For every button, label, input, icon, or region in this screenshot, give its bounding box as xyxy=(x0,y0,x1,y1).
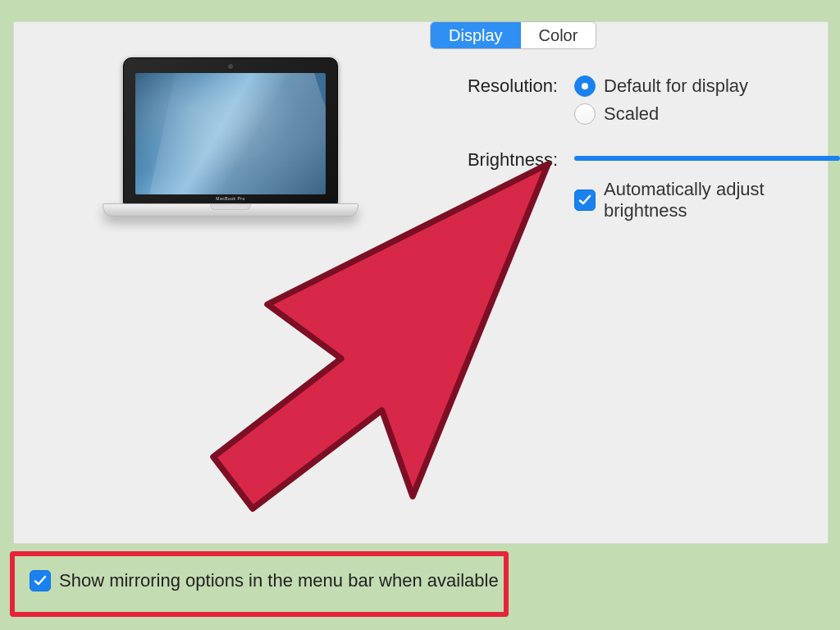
show-mirroring-checkbox[interactable]: Show mirroring options in the menu bar w… xyxy=(30,570,499,591)
radio-default-for-display[interactable]: Default for display xyxy=(574,72,748,100)
radio-default-label: Default for display xyxy=(604,75,748,97)
brightness-label: Brightness: xyxy=(443,149,558,171)
radio-scaled[interactable]: Scaled xyxy=(574,100,748,128)
radio-scaled-label: Scaled xyxy=(604,103,659,125)
brightness-slider[interactable] xyxy=(574,156,840,161)
tab-color-label: Color xyxy=(539,26,578,45)
radio-icon xyxy=(574,103,596,125)
checkbox-checked-icon xyxy=(574,189,596,211)
tab-display-label: Display xyxy=(449,26,503,45)
tab-bar: Display Color xyxy=(430,21,596,49)
show-mirroring-label: Show mirroring options in the menu bar w… xyxy=(59,570,499,591)
laptop-model-label: MacBook Pro xyxy=(216,196,245,201)
display-thumbnail: MacBook Pro xyxy=(103,57,357,246)
resolution-radio-group: Default for display Scaled xyxy=(574,72,748,128)
resolution-label: Resolution: xyxy=(443,75,558,97)
radio-icon xyxy=(574,75,596,97)
auto-brightness-label: Automatically adjust brightness xyxy=(604,179,840,221)
tab-color[interactable]: Color xyxy=(521,22,596,48)
tab-display[interactable]: Display xyxy=(431,22,521,48)
auto-brightness-checkbox[interactable]: Automatically adjust brightness xyxy=(574,179,840,221)
checkbox-checked-icon xyxy=(30,570,51,591)
